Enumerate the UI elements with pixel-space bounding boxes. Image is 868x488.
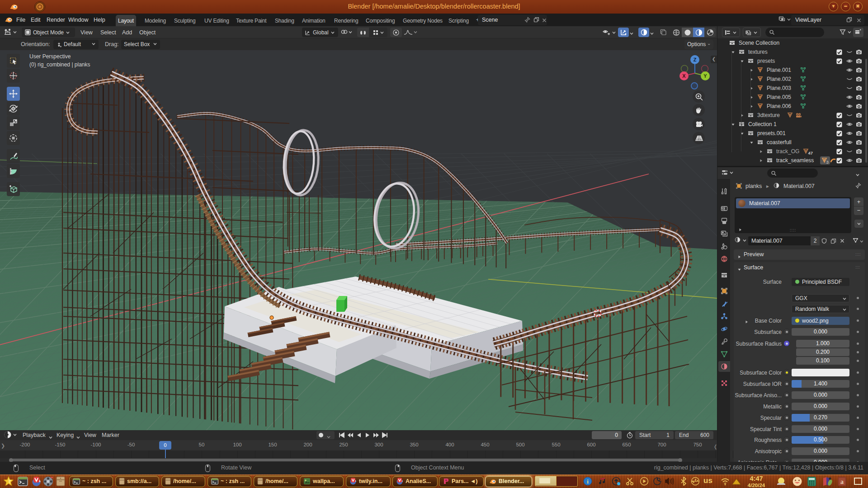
svg-text:X: X xyxy=(682,73,686,79)
svg-text:a: a xyxy=(840,479,844,485)
svg-text:Y: Y xyxy=(703,73,707,79)
svg-text:Z: Z xyxy=(693,57,697,62)
svg-text:i: i xyxy=(587,478,589,485)
